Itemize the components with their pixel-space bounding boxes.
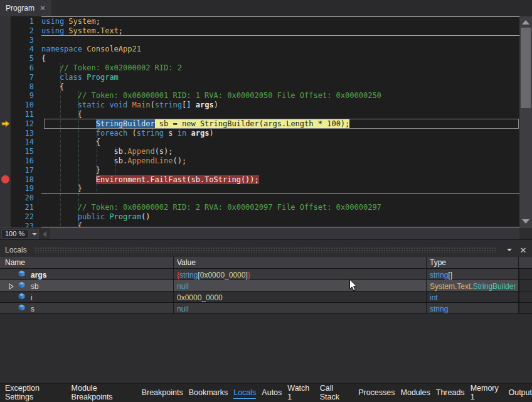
scrollbar-down-icon[interactable] [522,219,529,224]
code-token: StringBuilder [473,282,516,291]
column-header-name[interactable]: Name [0,257,174,268]
code-line[interactable]: 7 class Program [0,73,519,82]
expander-icon[interactable] [9,283,18,290]
code-token: void [109,100,127,109]
tool-tab-bookmarks[interactable]: Bookmarks [189,384,228,401]
line-number: 5 [0,54,35,63]
column-header-value[interactable]: Value [174,257,427,268]
code-line[interactable]: 22 public Program() [0,212,519,222]
code-token: { [41,138,100,146]
code-line[interactable]: 13 foreach (string s in args) [0,129,519,138]
tool-tab-output[interactable]: Output [508,384,532,401]
line-number: 14 [0,138,35,147]
scrollbar-thumb[interactable] [521,28,531,108]
code-line[interactable]: 23 { [0,222,519,227]
locals-value-cell[interactable]: null [174,280,427,291]
code-token: sb. [41,156,127,165]
code-line[interactable]: 3 [0,36,519,45]
code-token [41,175,96,184]
locals-name-cell: i [0,291,174,302]
breakpoint-icon[interactable] [1,175,9,183]
code-line[interactable]: 1using System; [0,17,519,26]
zoom-level-combo[interactable]: 100 % [1,229,29,239]
code-line[interactable]: 15 sb.Append(s); [0,147,519,156]
tool-tab-exception-settings[interactable]: Exception Settings [5,380,66,402]
tool-tab-processes[interactable]: Processes [358,384,395,401]
locals-row-sb[interactable]: sbnullSystem.Text.StringBuilder [0,280,532,291]
code-line[interactable]: 5{ [0,54,519,63]
code-token: [] [448,271,452,280]
locals-name-cell: s [0,303,174,313]
code-line[interactable]: 6 // Token: 0x02000002 RID: 2 [0,63,519,73]
code-line[interactable]: 4namespace ConsoleApp21 [0,45,519,54]
variable-icon [18,270,26,280]
code-token: int [430,293,438,302]
variable-name: args [31,271,46,280]
locals-row-gutter [519,291,532,302]
code-line[interactable]: 21 // Token: 0x06000002 RID: 2 RVA: 0x00… [0,203,519,212]
scrollbar-left-icon[interactable] [43,231,46,237]
tab-program[interactable]: Program ✕ [0,0,51,16]
code-text: static void Main(string[] args) [35,100,218,110]
locals-row-i[interactable]: i0x0000_0000int [0,291,532,303]
locals-row-s[interactable]: snullstring [0,303,532,314]
locals-title-bar[interactable]: Locals ✕ [0,244,532,256]
code-token: new [182,119,196,128]
tool-tab-watch-1[interactable]: Watch 1 [287,380,314,402]
code-line[interactable]: 10 static void Main(string[] args) [0,100,519,110]
code-line[interactable]: 12 StringBuilder sb = new StringBuilder(… [0,119,519,129]
code-token: ( [127,129,136,138]
tool-tab-memory-1[interactable]: Memory 1 [471,380,503,402]
variable-icon [18,293,26,303]
code-line[interactable]: 17 } [0,166,519,175]
close-icon[interactable]: ✕ [518,245,528,255]
code-editor[interactable]: 1using System;2using System.Text;34names… [0,16,532,227]
editor-vertical-scrollbar[interactable] [519,16,532,227]
code-token: args [196,100,214,109]
locals-row-args[interactable]: args{string[0x0000_0000]}string[] [0,269,532,280]
code-line[interactable]: 8 { [0,82,519,92]
editor-horizontal-scrollbar[interactable] [50,228,519,240]
code-text [35,193,41,203]
code-token: . [96,26,100,35]
tool-tab-module-breakpoints[interactable]: Module Breakpoints [72,380,136,402]
code-token: { [41,54,46,63]
code-token: Program [109,212,141,221]
code-token: Environment.FailFast(sb.ToString()); [96,175,259,184]
window-position-icon[interactable] [504,245,514,255]
code-line[interactable]: 16 sb.AppendLine(); [0,156,519,166]
tool-tab-call-stack[interactable]: Call Stack [320,380,353,402]
variable-name: s [31,305,35,313]
locals-value-cell[interactable]: {string[0x0000_0000]} [174,269,427,280]
current-statement-arrow-icon[interactable] [1,120,10,128]
code-line[interactable]: 11 { [0,110,519,119]
code-token: ) [214,100,218,109]
code-token: 0x0000_0000 [200,271,246,280]
code-text: foreach (string s in args) [35,129,214,138]
code-token: // Token: 0x06000001 RID: 1 RVA: 0x00002… [78,91,381,100]
tool-tab-locals[interactable]: Locals [233,384,256,401]
code-line[interactable]: 2using System.Text; [0,26,519,36]
tool-tab-threads[interactable]: Threads [436,384,465,401]
code-line[interactable]: 19 } [0,184,519,193]
scrollbar-up-icon[interactable] [522,20,529,24]
code-line[interactable]: 20 [0,193,519,203]
code-text: { [35,110,82,119]
tool-tab-autos[interactable]: Autos [262,384,282,401]
code-token: // Token: 0x02000002 RID: 2 [60,63,182,72]
column-header-type[interactable]: Type [427,257,519,268]
code-line[interactable]: 9 // Token: 0x06000001 RID: 1 RVA: 0x000… [0,91,519,100]
tool-tab-breakpoints[interactable]: Breakpoints [142,384,183,401]
code-lines: 1using System;2using System.Text;34names… [0,17,519,227]
code-token: using [41,26,64,35]
code-line[interactable]: 14 { [0,138,519,147]
code-token: in [178,129,186,138]
locals-value-cell[interactable]: 0x0000_0000 [174,291,427,302]
code-line[interactable]: 18 Environment.FailFast(sb.ToString()); [0,175,519,185]
code-token: string [155,100,182,109]
tool-tab-modules[interactable]: Modules [401,384,430,401]
close-icon[interactable]: ✕ [40,4,46,12]
code-token: null [177,305,189,313]
locals-value-cell[interactable]: null [174,303,427,313]
zoom-dropdown-button[interactable] [29,229,39,239]
